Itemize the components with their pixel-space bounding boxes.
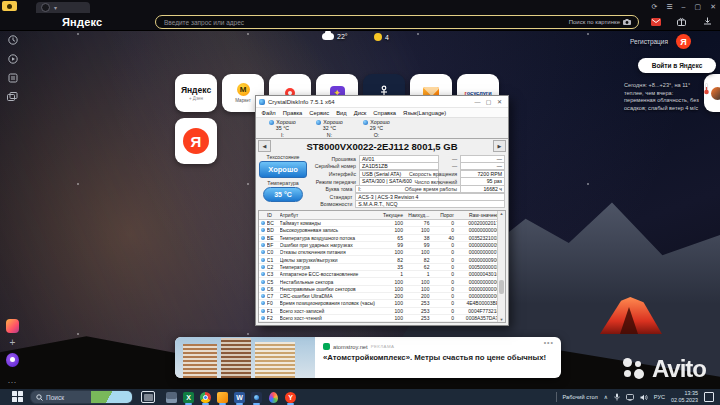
hidden-icons-chevron[interactable]: ∧ [604, 394, 608, 400]
close-button[interactable]: ✕ [710, 3, 716, 11]
taskbar-app-chrome[interactable] [197, 390, 214, 405]
smart-table-row[interactable]: BC Таймаут команды 100 76 0 00020002017F [259, 220, 505, 227]
browser-tab[interactable]: ▾ [36, 2, 90, 13]
attribute-status-icon [261, 228, 265, 232]
cdi-titlebar[interactable]: CrystalDiskInfo 7.5.1 x64 — ▢ ✕ [256, 96, 508, 108]
maximize-button[interactable]: ▢ [695, 3, 702, 11]
cdi-drive-tab[interactable]: Хорошо 32 °C N: [306, 118, 353, 138]
cdi-menu-item[interactable]: Вид [333, 110, 351, 116]
cdi-drive-tab[interactable]: Хорошо 29 °C O: [353, 118, 400, 138]
tile-yandex-home[interactable]: Я [175, 118, 217, 164]
taskbar: Поиск X W Y Рабочий стол ∧ РУС 13:35 02.… [0, 389, 720, 405]
login-button[interactable]: Войти в Яндекс [638, 58, 716, 73]
cdi-field-row: Возможности S.M.A.R.T., NCQ [309, 201, 505, 209]
cdi-window-title: CrystalDiskInfo 7.5.1 x64 [268, 99, 472, 105]
taskbar-app-excel[interactable]: X [180, 390, 197, 405]
ad-menu-icon[interactable]: ••• [544, 339, 554, 346]
taskbar-search[interactable]: Поиск [30, 390, 133, 404]
smart-table-row[interactable]: BD Высокоуровневая запись 100 100 0 0000… [259, 227, 505, 234]
chevron-down-icon[interactable]: ▾ [54, 5, 57, 11]
minimize-button[interactable]: – [682, 3, 686, 10]
next-disk-button[interactable]: ▶ [493, 140, 506, 152]
tabs-panel-icon[interactable] [6, 71, 19, 84]
taskbar-app-crystaldiskinfo[interactable] [248, 390, 265, 405]
speaker-icon[interactable] [640, 394, 648, 401]
cdi-menu-item[interactable]: Язык(Language) [400, 110, 450, 116]
desktop-toggle[interactable]: Рабочий стол [563, 394, 598, 400]
taskbar-app-word[interactable]: W [231, 390, 248, 405]
cdi-close-button[interactable]: ✕ [494, 98, 505, 105]
traffic-chip[interactable]: 4 [374, 33, 389, 41]
excel-icon: X [183, 392, 194, 403]
cdi-menu-item[interactable]: Сервис [306, 110, 333, 116]
sidebar-more-icon[interactable]: ... [6, 374, 19, 387]
scrollbar-thumb[interactable] [499, 280, 504, 294]
weather-summary[interactable]: Сегодня: +8...+23°, на 11° теплее, чем в… [624, 82, 702, 112]
word-icon: W [234, 392, 245, 403]
microphone-icon[interactable] [614, 393, 620, 401]
advertiser-icon [323, 343, 330, 350]
taskbar-app-yandex[interactable]: Y [282, 390, 299, 405]
network-icon[interactable] [626, 394, 634, 401]
smart-table-row[interactable]: F2 Всего хост-чтений 100 253 0 0008A357D… [259, 315, 505, 322]
yandex-logo[interactable]: Яндекс [62, 16, 102, 28]
windows-stack-icon[interactable] [6, 90, 19, 103]
cdi-menu-item[interactable]: Файл [258, 110, 279, 116]
add-panel-icon[interactable]: + [6, 336, 19, 349]
prev-disk-button[interactable]: ◀ [258, 140, 271, 152]
table-scrollbar[interactable]: ▲ ▼ [497, 211, 505, 322]
scroll-up-icon[interactable]: ▲ [500, 211, 504, 216]
task-view-button[interactable] [141, 391, 155, 403]
smart-table-row[interactable]: F1 Всего хост-записей 100 253 0 0004F773… [259, 308, 505, 315]
smart-table-row[interactable]: C7 CRC-ошибки UltraDMA 200 200 0 0000000… [259, 293, 505, 300]
image-search-button[interactable]: Поиск по картинке [569, 19, 638, 25]
cdi-maximize-button[interactable]: ▢ [483, 98, 494, 105]
ad-headline[interactable]: «Атомстройкомплекс». Метры счастья по це… [323, 353, 553, 362]
ad-banner[interactable]: atomstroy.net РЕКЛАМА «Атомстройкомплекс… [175, 337, 561, 378]
advertiser-domain[interactable]: atomstroy.net [333, 344, 368, 350]
temperature-value[interactable]: 35 °C [263, 187, 303, 202]
smart-table-row[interactable]: BE Температура воздушного потока 65 38 4… [259, 235, 505, 242]
language-indicator[interactable]: РУС [654, 394, 665, 400]
tile-yandex[interactable]: Яндекс + Дзен [175, 74, 217, 112]
weather-chip[interactable]: 22° [322, 33, 348, 40]
notification-center-icon[interactable] [704, 392, 714, 402]
cdi-menu-item[interactable]: Диск [350, 110, 370, 116]
extension-badge[interactable] [2, 1, 17, 11]
avatar[interactable]: Я [676, 34, 691, 49]
registration-label[interactable]: Регистрация [630, 38, 668, 45]
download-icon[interactable] [702, 16, 713, 27]
crystaldiskinfo-icon [251, 392, 262, 403]
smart-table-row[interactable]: C1 Циклы загрузки/выгрузки 82 82 0 00000… [259, 256, 505, 263]
cdi-menu-item[interactable]: Справка [370, 110, 400, 116]
scroll-down-icon[interactable]: ▼ [500, 317, 504, 322]
smart-table-row[interactable]: BF Ошибки при ударных нагрузках 99 99 0 … [259, 242, 505, 249]
video-icon[interactable] [6, 52, 19, 65]
gift-icon[interactable] [676, 16, 687, 27]
smart-table-row[interactable]: C5 Нестабильные сектора 100 100 0 000000… [259, 278, 505, 285]
taskbar-app-paint[interactable] [265, 390, 282, 405]
taskbar-app-calculator[interactable] [163, 390, 180, 405]
health-status-button[interactable]: Хорошо [259, 161, 307, 178]
alice-assistant-icon[interactable] [6, 353, 19, 366]
smart-table-row[interactable]: F0 Время позиционирования головок (часы)… [259, 300, 505, 307]
smart-table-row[interactable]: C6 Неисправимые ошибки секторов 100 100 … [259, 286, 505, 293]
sync-icon[interactable]: ⟳ [651, 3, 657, 11]
smart-table-row[interactable]: C3 Аппаратное ECC-восстановление 1 1 0 0… [259, 271, 505, 278]
chrome-icon [200, 392, 211, 403]
cdi-minimize-button[interactable]: — [472, 99, 483, 105]
taskbar-app-orange[interactable] [214, 390, 231, 405]
apps-shortcut-icon[interactable] [6, 319, 19, 332]
smart-table-row[interactable]: C0 Отказы отключения питания 100 100 0 0… [259, 249, 505, 256]
cdi-drive-tab[interactable]: Хорошо 35 °C I: [259, 118, 306, 138]
history-icon[interactable] [6, 33, 19, 46]
search-bar[interactable]: Поиск по картинке [155, 15, 639, 29]
tab-list-icon[interactable]: ☰ [666, 3, 672, 11]
mail-icon[interactable] [650, 16, 661, 27]
search-input[interactable] [156, 19, 569, 26]
cdi-menu-item[interactable]: Правка [279, 110, 306, 116]
crystaldiskinfo-window: CrystalDiskInfo 7.5.1 x64 — ▢ ✕ ФайлПрав… [255, 95, 509, 326]
start-button[interactable] [12, 391, 24, 403]
smart-table-row[interactable]: C2 Температура 35 62 0 000500000023 [259, 264, 505, 271]
clock[interactable]: 13:35 02.05.2023 [671, 390, 698, 404]
